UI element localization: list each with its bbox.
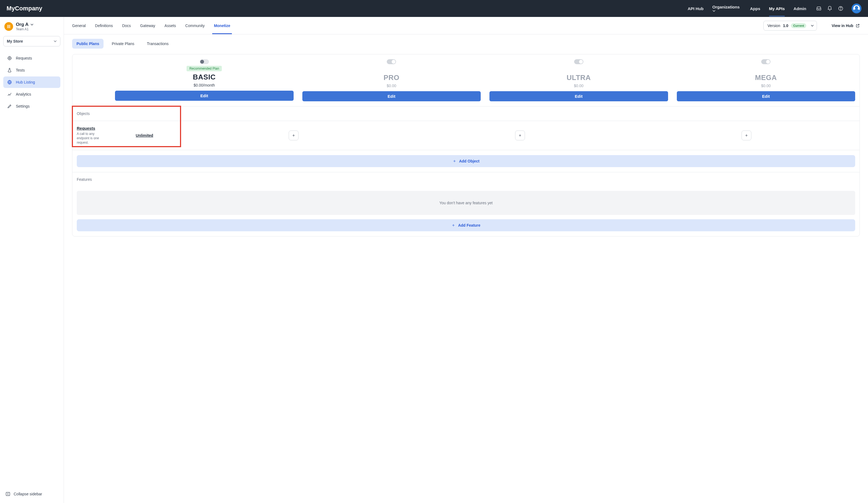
tab-definitions[interactable]: Definitions — [95, 18, 113, 34]
sidebar-item-analytics[interactable]: Analytics — [3, 88, 60, 100]
sidebar-item-settings[interactable]: Settings — [3, 101, 60, 112]
svg-rect-8 — [6, 492, 10, 496]
sidebar-nav: Requests Tests Hub Listing Analytics — [3, 52, 60, 112]
plan-toggle-basic[interactable] — [200, 59, 209, 64]
external-link-icon — [856, 23, 860, 28]
sidebar-item-label: Analytics — [16, 92, 31, 96]
chart-icon — [7, 92, 12, 97]
store-select[interactable]: My Store — [3, 36, 60, 46]
svg-rect-4 — [10, 25, 10, 28]
object-value-basic[interactable]: Unlimited — [136, 133, 153, 138]
sidebar-item-label: Tests — [16, 68, 25, 72]
topnav-links: API Hub Organizations Apps My APIs Admin — [688, 0, 806, 18]
chevron-down-icon — [712, 9, 741, 12]
features-empty-state: You don't have any features yet — [77, 191, 855, 215]
svg-point-1 — [840, 10, 841, 10]
version-selector[interactable]: Version 1.0 Current — [763, 21, 817, 31]
target-icon — [7, 56, 12, 61]
pencil-icon — [7, 104, 12, 109]
plan-pro: PRO $0.00 Edit — [298, 54, 485, 106]
plan-header-row: Recommended Plan BASIC $0.00/month Edit … — [72, 54, 859, 106]
plan-price: $0.00/month — [194, 83, 215, 87]
sidebar-item-tests[interactable]: Tests — [3, 64, 60, 76]
tab-general[interactable]: General — [72, 18, 86, 34]
add-feature-button[interactable]: Add Feature — [77, 219, 855, 231]
collapse-sidebar-button[interactable]: Collapse sidebar — [3, 488, 60, 500]
version-prefix: Version — [767, 23, 780, 28]
svg-rect-3 — [9, 25, 9, 28]
sidebar-item-label: Hub Listing — [16, 80, 35, 84]
plan-name: PRO — [383, 73, 399, 82]
features-header: Features — [72, 172, 859, 187]
subtab-public-plans[interactable]: Public Plans — [72, 39, 104, 49]
store-select-label: My Store — [7, 39, 23, 43]
org-icon — [4, 22, 13, 31]
sidebar-item-label: Settings — [16, 104, 30, 108]
plan-toggle-ultra[interactable] — [574, 59, 583, 64]
collapse-sidebar-label: Collapse sidebar — [14, 492, 42, 496]
tab-gateway[interactable]: Gateway — [140, 18, 155, 34]
plus-icon — [452, 223, 455, 227]
sidebar-item-hub-listing[interactable]: Hub Listing — [3, 76, 60, 88]
edit-plan-basic-button[interactable]: Edit — [115, 91, 293, 101]
subtab-private-plans[interactable]: Private Plans — [107, 39, 138, 49]
sidebar-item-requests[interactable]: Requests — [3, 52, 60, 64]
brand-logo[interactable]: MyCompany — [7, 5, 42, 12]
sidebar: Org A Team A1 My Store Requests — [0, 17, 64, 503]
add-object-value-mega[interactable] — [742, 130, 751, 140]
main-content: General Definitions Docs Gateway Assets … — [64, 17, 868, 503]
nav-api-hub[interactable]: API Hub — [688, 1, 704, 17]
bell-icon[interactable] — [827, 6, 833, 11]
tab-community[interactable]: Community — [185, 18, 205, 34]
edit-plan-ultra-button[interactable]: Edit — [489, 91, 668, 101]
plus-icon — [453, 159, 456, 163]
nav-admin[interactable]: Admin — [794, 1, 806, 17]
globe-icon — [7, 80, 12, 85]
object-description: A call to any endpoint is one request. — [77, 132, 104, 145]
plan-toggle-pro[interactable] — [387, 59, 396, 64]
edit-plan-pro-button[interactable]: Edit — [302, 91, 481, 101]
inbox-icon[interactable] — [816, 6, 822, 11]
nav-my-apis[interactable]: My APIs — [769, 1, 785, 17]
subtab-transactions[interactable]: Transactions — [143, 39, 173, 49]
nav-apps[interactable]: Apps — [750, 1, 761, 17]
plan-ultra: ULTRA $0.00 Edit — [485, 54, 672, 106]
plan-name: MEGA — [755, 73, 777, 82]
version-badge: Current — [791, 23, 806, 28]
svg-rect-2 — [7, 25, 8, 28]
view-in-hub-label: View in Hub — [832, 23, 853, 28]
tab-monetize[interactable]: Monetize — [214, 18, 230, 34]
tab-assets[interactable]: Assets — [164, 18, 176, 34]
nav-organizations[interactable]: Organizations — [712, 0, 741, 18]
object-title[interactable]: Requests — [77, 126, 110, 130]
top-navbar: MyCompany API Hub Organizations Apps My … — [0, 0, 868, 17]
plan-mega: MEGA $0.00 Edit — [672, 54, 860, 106]
tab-docs[interactable]: Docs — [122, 18, 131, 34]
objects-header: Objects — [72, 106, 859, 121]
sidebar-item-label: Requests — [16, 56, 32, 60]
user-avatar[interactable] — [851, 3, 861, 13]
view-in-hub-link[interactable]: View in Hub — [832, 23, 860, 28]
help-icon[interactable] — [838, 6, 844, 11]
objects-section: Objects Requests A call to any endpoint … — [72, 106, 859, 172]
add-feature-label: Add Feature — [458, 223, 480, 228]
org-name: Org A — [16, 22, 29, 27]
add-object-value-ultra[interactable] — [515, 130, 525, 140]
org-switcher[interactable]: Org A Team A1 — [3, 20, 60, 32]
org-team: Team A1 — [16, 27, 34, 31]
chevron-down-icon — [810, 24, 814, 27]
edit-plan-mega-button[interactable]: Edit — [677, 91, 856, 101]
topnav-icons — [816, 3, 861, 13]
plan-price: $0.00 — [761, 84, 771, 88]
collapse-icon — [6, 492, 10, 496]
plan-toggle-mega[interactable] — [761, 59, 771, 64]
nav-organizations-label: Organizations — [712, 4, 740, 9]
flask-icon — [7, 68, 12, 73]
chevron-down-icon — [53, 40, 57, 43]
add-object-button[interactable]: Add Object — [77, 155, 855, 167]
plans-panel: Recommended Plan BASIC $0.00/month Edit … — [72, 54, 860, 237]
add-object-value-pro[interactable] — [289, 130, 299, 140]
plan-name: ULTRA — [567, 73, 591, 82]
recommended-badge: Recommended Plan — [187, 66, 222, 71]
svg-point-5 — [8, 56, 11, 60]
